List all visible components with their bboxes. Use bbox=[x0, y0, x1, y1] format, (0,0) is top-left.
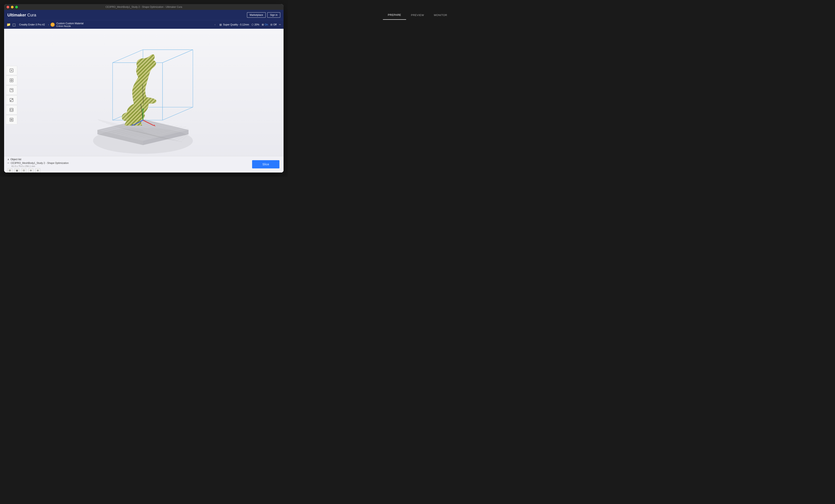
app-logo: Ultimaker Cura bbox=[7, 13, 36, 18]
marketplace-button[interactable]: Marketplace bbox=[247, 12, 266, 18]
svg-marker-15 bbox=[12, 109, 13, 111]
adhesion-icon: ⊟ bbox=[270, 23, 272, 26]
title-bar: CE3PRO_MeshBody1_Study 2 - Shape Optimiz… bbox=[4, 4, 284, 10]
tool-mirror[interactable] bbox=[6, 105, 17, 114]
bottom-panel: ∧ Object list ✏ CE3PRO_MeshBody1_Study 2… bbox=[4, 156, 284, 172]
object-dimensions: 61.0 x 75.0 x 256.1 mm bbox=[12, 165, 280, 167]
logo-product: Cura bbox=[27, 13, 36, 17]
support-label: On bbox=[265, 23, 268, 26]
slice-button[interactable]: Slice bbox=[252, 160, 280, 168]
support-icon: ⊞ bbox=[262, 23, 264, 26]
printer-chevron[interactable]: › bbox=[48, 23, 49, 26]
viewport[interactable] bbox=[4, 29, 284, 172]
infill-icon: ⬡ bbox=[251, 23, 253, 26]
object-action-delete[interactable]: ⊟ bbox=[21, 168, 26, 172]
tool-settings[interactable] bbox=[6, 115, 17, 124]
build-plate bbox=[93, 119, 193, 154]
header-right: Marketplace Sign in bbox=[247, 12, 280, 18]
svg-marker-56 bbox=[163, 50, 193, 120]
svg-line-11 bbox=[11, 99, 13, 101]
left-tools bbox=[4, 29, 19, 172]
main-content: ∧ Object list ✏ CE3PRO_MeshBody1_Study 2… bbox=[4, 29, 284, 172]
settings-pencil-icon[interactable]: ✏ bbox=[279, 23, 281, 26]
tool-move[interactable] bbox=[6, 76, 17, 85]
file-icon: ◻ bbox=[12, 22, 16, 27]
object-action-add[interactable]: ⊕ bbox=[28, 168, 33, 172]
quality-icon: ▤ bbox=[220, 23, 222, 26]
quality-label: Super Quality - 0.12mm bbox=[223, 23, 249, 26]
tool-scale[interactable] bbox=[6, 95, 17, 105]
signin-button[interactable]: Sign in bbox=[267, 12, 280, 18]
adhesion-setting[interactable]: ⊟ Off bbox=[270, 23, 277, 26]
3d-object bbox=[122, 55, 156, 126]
svg-point-4 bbox=[11, 80, 12, 81]
object-item[interactable]: ✏ CE3PRO_MeshBody1_Study 2 - Shape Optim… bbox=[7, 162, 280, 165]
object-list-header: ∧ Object list bbox=[7, 158, 280, 161]
close-button[interactable] bbox=[6, 6, 9, 8]
folder-icon[interactable]: 📁 bbox=[6, 23, 11, 26]
infill-value: 20% bbox=[254, 23, 259, 26]
traffic-lights bbox=[6, 6, 18, 8]
toolbar-left: 📁 ◻ Creality Ender-3 Pro #2 › bbox=[6, 22, 49, 27]
object-action-extra[interactable]: ⊗ bbox=[35, 168, 40, 172]
minimize-button[interactable] bbox=[11, 6, 14, 8]
object-actions: ⊞ ▣ ⊟ ⊕ ⊗ bbox=[7, 168, 280, 172]
material-text: Custom Custom Material 0.4mm Nozzle bbox=[56, 22, 83, 27]
logo-brand: Ultimaker bbox=[7, 13, 26, 17]
printer-name[interactable]: Creality Ender-3 Pro #2 bbox=[18, 22, 46, 27]
toolbar-right: ‹ ▤ Super Quality - 0.12mm ⬡ 20% ⊞ On ⊟ … bbox=[215, 23, 281, 26]
svg-marker-14 bbox=[10, 109, 11, 111]
material-selector[interactable]: ⬡ Custom Custom Material 0.4mm Nozzle bbox=[50, 22, 83, 27]
quality-setting[interactable]: ▤ Super Quality - 0.12mm bbox=[220, 23, 249, 26]
adhesion-label: Off bbox=[273, 23, 277, 26]
toolbar: 📁 ◻ Creality Ender-3 Pro #2 › ⬡ Custom C… bbox=[4, 20, 284, 29]
material-icon: ⬡ bbox=[50, 23, 55, 27]
tool-rotate[interactable] bbox=[6, 85, 17, 95]
material-nozzle: 0.4mm Nozzle bbox=[56, 25, 83, 27]
app-header: Ultimaker Cura PREPARE PREVIEW MONITOR M… bbox=[4, 10, 284, 20]
tool-select[interactable] bbox=[6, 66, 17, 75]
svg-rect-9 bbox=[10, 88, 13, 92]
material-name: Custom Custom Material bbox=[56, 22, 83, 25]
infill-setting[interactable]: ⬡ 20% bbox=[251, 23, 259, 26]
support-setting[interactable]: ⊞ On bbox=[262, 23, 268, 26]
app-window: CE3PRO_MeshBody1_Study 2 - Shape Optimiz… bbox=[4, 4, 284, 172]
maximize-button[interactable] bbox=[15, 6, 18, 8]
settings-chevron[interactable]: ‹ bbox=[215, 23, 215, 26]
object-name: CE3PRO_MeshBody1_Study 2 - Shape Optimiz… bbox=[11, 162, 69, 165]
window-title: CE3PRO_MeshBody1_Study 2 - Shape Optimiz… bbox=[106, 5, 182, 8]
